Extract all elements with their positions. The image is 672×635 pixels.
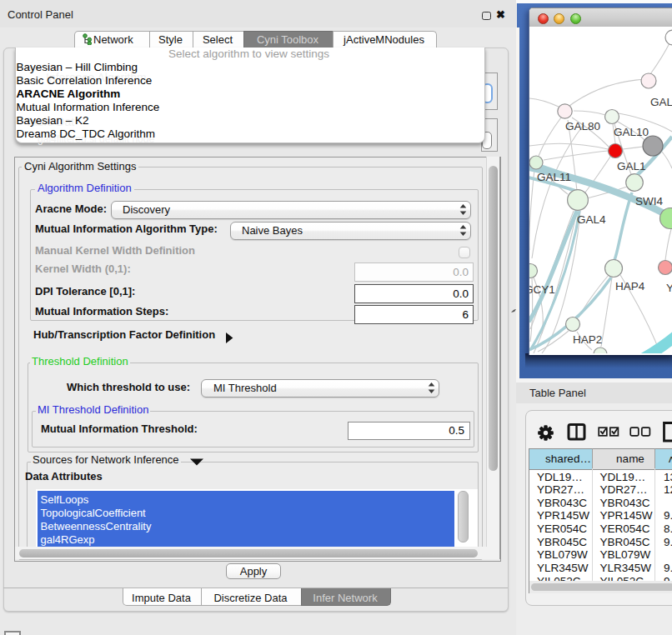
svg-text:GAL4: GAL4 — [577, 213, 606, 226]
svg-text:GAL: GAL — [650, 96, 672, 108]
svg-text:HAP4: HAP4 — [615, 280, 645, 292]
svg-text:GAL1: GAL1 — [617, 160, 646, 172]
svg-text:GAL80: GAL80 — [565, 120, 600, 132]
svg-text:HAP2: HAP2 — [573, 333, 602, 346]
svg-text:GCY1: GCY1 — [529, 283, 555, 296]
svg-text:GAL11: GAL11 — [537, 171, 571, 183]
svg-text:GAL10: GAL10 — [614, 126, 649, 138]
svg-text:SWI4: SWI4 — [635, 195, 663, 208]
svg-text:Y: Y — [666, 282, 672, 294]
